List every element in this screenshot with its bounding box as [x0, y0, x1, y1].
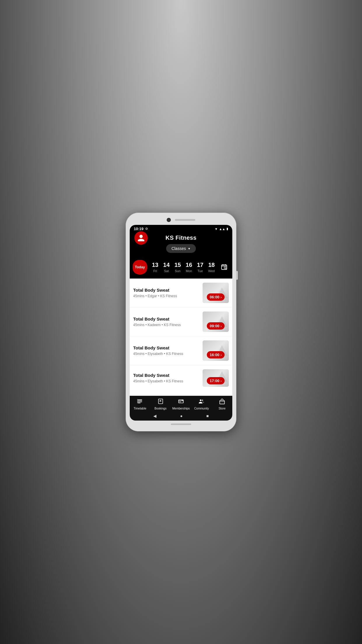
class-thumb-4: 17:00 ›: [203, 369, 229, 387]
class-info-4: Total Body Sweat 45mins • Elysabeth • KS…: [133, 369, 200, 387]
date-day-fri: Fri: [153, 269, 157, 273]
svg-rect-10: [137, 399, 138, 400]
class-item-2[interactable]: Total Body Sweat 45mins • Kadeem • KS Fi…: [130, 307, 232, 336]
class-thumb-2: 09:00 ›: [203, 312, 229, 332]
store-label: Store: [219, 407, 226, 410]
phone-screen: 10:19 ⚙ ▼ ▲▲ ▮ KS Fitness Classes: [130, 225, 232, 421]
date-day-wed: Wed: [208, 269, 215, 273]
svg-rect-23: [220, 400, 225, 404]
date-num-18: 18: [208, 262, 215, 268]
settings-icon[interactable]: ⚙: [145, 227, 148, 231]
camera: [167, 218, 171, 222]
community-label: Community: [194, 407, 209, 410]
home-button[interactable]: ●: [180, 414, 182, 418]
timetable-icon: [137, 398, 143, 406]
class-item-4[interactable]: Total Body Sweat 45mins • Elysabeth • KS…: [130, 365, 232, 396]
calendar-search-icon: [221, 264, 228, 271]
time-text-2: 09:00: [210, 324, 219, 328]
memberships-label: Memberships: [172, 407, 190, 410]
date-item-fri[interactable]: 13 Fri: [150, 260, 160, 274]
class-thumb-3: 16:00 ›: [203, 340, 229, 361]
date-num-17: 17: [197, 262, 203, 268]
time-badge-1[interactable]: 06:00 ›: [207, 293, 225, 301]
date-picker: Today 13 Fri 14 Sat 15 Sun 16 Mon: [130, 257, 232, 279]
class-item-1[interactable]: Total Body Sweat 45mins • Edgar • KS Fit…: [130, 279, 232, 307]
nav-item-store[interactable]: Store: [212, 398, 232, 410]
nav-item-bookings[interactable]: Bookings: [150, 398, 171, 410]
class-item-3[interactable]: Total Body Sweat 45mins • Elysabeth • KS…: [130, 336, 232, 365]
svg-rect-11: [137, 400, 138, 401]
nav-item-memberships[interactable]: Memberships: [171, 398, 191, 410]
class-info-3: Total Body Sweat 45mins • Elysabeth • KS…: [133, 340, 200, 361]
time-text-4: 17:00: [210, 379, 219, 383]
time-badge-4[interactable]: 17:00 ›: [207, 377, 225, 384]
classes-dropdown[interactable]: Classes ▼: [166, 244, 196, 253]
date-num-15: 15: [174, 262, 181, 268]
user-icon: [137, 234, 145, 242]
date-items: 13 Fri 14 Sat 15 Sun 16 Mon 17 Tue: [150, 260, 217, 274]
class-thumb-1: 06:00 ›: [203, 283, 229, 303]
time-arrow-3: ›: [221, 353, 222, 357]
date-day-tue: Tue: [198, 269, 203, 273]
signal-icon: ▲▲: [219, 227, 225, 231]
phone-frame: 10:19 ⚙ ▼ ▲▲ ▮ KS Fitness Classes: [126, 213, 236, 431]
memberships-icon: [178, 398, 184, 406]
time-badge-3[interactable]: 16:00 ›: [207, 351, 225, 358]
status-bar: 10:19 ⚙ ▼ ▲▲ ▮: [130, 225, 232, 232]
class-meta-4: 45mins • Elysabeth • KS Fitness: [133, 379, 200, 383]
bookings-label: Bookings: [154, 407, 166, 410]
status-left: 10:19 ⚙: [134, 227, 148, 231]
nav-item-timetable[interactable]: Timetable: [130, 398, 150, 410]
class-name-2: Total Body Sweat: [133, 316, 200, 321]
android-nav: ◀ ● ■: [130, 411, 232, 421]
dropdown-label: Classes: [171, 246, 186, 251]
time-arrow-1: ›: [221, 295, 222, 299]
home-indicator: [171, 424, 191, 425]
date-item-sun[interactable]: 15 Sun: [173, 260, 182, 274]
svg-point-22: [202, 400, 203, 401]
avatar[interactable]: [134, 231, 148, 245]
timetable-label: Timetable: [133, 407, 146, 410]
class-name-3: Total Body Sweat: [133, 345, 200, 350]
date-num-14: 14: [163, 262, 170, 268]
svg-line-5: [226, 268, 226, 269]
phone-top: [130, 218, 232, 222]
class-meta-2: 45mins • Kadeem • KS Fitness: [133, 323, 200, 327]
header-top: KS Fitness: [134, 235, 228, 241]
community-svg: [198, 398, 205, 405]
speaker: [175, 219, 195, 221]
recent-button[interactable]: ■: [206, 414, 209, 418]
class-list: Total Body Sweat 45mins • Edgar • KS Fit…: [130, 279, 232, 396]
class-name-1: Total Body Sweat: [133, 288, 200, 293]
today-button[interactable]: Today: [133, 260, 147, 274]
nav-item-community[interactable]: Community: [191, 398, 212, 410]
time-text-3: 16:00: [210, 353, 219, 357]
memberships-svg: [178, 398, 184, 405]
svg-point-21: [200, 400, 202, 401]
class-info-2: Total Body Sweat 45mins • Kadeem • KS Fi…: [133, 312, 200, 332]
class-info-1: Total Body Sweat 45mins • Edgar • KS Fit…: [133, 283, 200, 303]
svg-point-4: [224, 267, 226, 269]
date-item-wed[interactable]: 18 Wed: [206, 260, 216, 274]
date-item-sat[interactable]: 14 Sat: [161, 260, 171, 274]
store-svg: [219, 398, 225, 405]
side-button: [236, 271, 238, 280]
status-right: ▼ ▲▲ ▮: [215, 227, 228, 231]
date-item-mon[interactable]: 16 Mon: [184, 260, 194, 274]
battery-icon: ▮: [226, 227, 228, 231]
svg-rect-19: [180, 402, 181, 402]
back-button[interactable]: ◀: [153, 414, 157, 418]
bookings-icon: [157, 398, 164, 406]
time-badge-2[interactable]: 09:00 ›: [207, 322, 225, 330]
class-name-4: Total Body Sweat: [133, 373, 200, 378]
community-icon: [198, 398, 205, 406]
time-arrow-2: ›: [221, 324, 222, 328]
bottom-nav: Timetable Bookings: [130, 396, 232, 411]
chevron-down-icon: ▼: [188, 247, 191, 250]
calendar-search-button[interactable]: [219, 262, 229, 272]
svg-point-20: [182, 400, 183, 401]
header: KS Fitness Classes ▼: [130, 232, 232, 257]
time-arrow-4: ›: [221, 379, 222, 383]
date-item-tue[interactable]: 17 Tue: [195, 260, 205, 274]
class-meta-3: 45mins • Elysabeth • KS Fitness: [133, 352, 200, 356]
